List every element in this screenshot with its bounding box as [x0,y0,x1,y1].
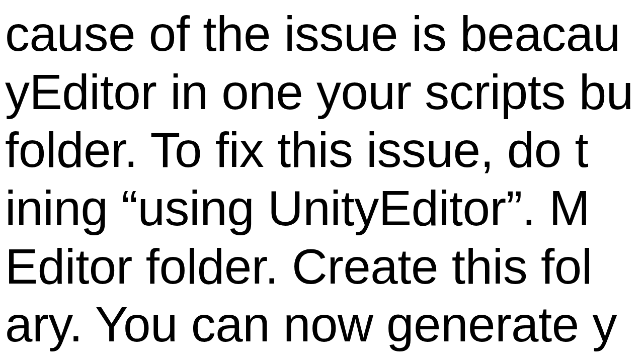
text-line-1: cause of the issue is beacau [5,5,633,63]
text-line-4: ining “using UnityEditor”. M [5,179,633,238]
cropped-text-block: cause of the issue is beacau yEditor in … [5,5,633,354]
text-line-2: yEditor in one your scripts bu [5,63,633,122]
text-line-5: Editor folder. Create this fol [5,238,633,296]
text-line-3: folder. To fix this issue, do t [5,121,633,179]
text-line-6: ary. You can now generate y [5,296,633,354]
